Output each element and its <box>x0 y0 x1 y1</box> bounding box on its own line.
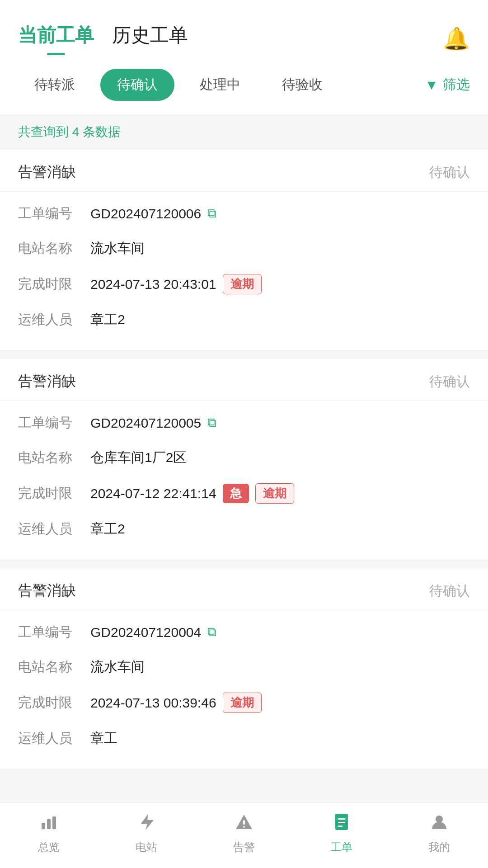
notification-bell-icon[interactable]: 🔔 <box>443 26 470 52</box>
result-count-prefix: 共查询到 <box>18 125 72 139</box>
nav-label-alert: 告警 <box>233 840 255 854</box>
card-2-station-value: 仓库车间1厂2区 <box>90 448 187 467</box>
card-2-status: 待确认 <box>429 373 470 391</box>
card-3-deadline-row: 完成时限 2024-07-13 00:39:46 逾期 <box>18 684 470 721</box>
header-tabs: 当前工单 历史工单 <box>18 23 188 55</box>
card-3-deadline-value: 2024-07-13 00:39:46 逾期 <box>90 693 262 713</box>
card-2-order-value: GD202407120005 ⧉ <box>90 415 216 431</box>
filter-label: 筛选 <box>443 75 470 94</box>
card-2-body: 工单编号 GD202407120005 ⧉ 电站名称 仓库车间1厂2区 完成时限… <box>0 401 488 559</box>
nav-label-profile: 我的 <box>428 840 450 854</box>
card-2-type: 告警消缺 <box>18 372 76 392</box>
header: 当前工单 历史工单 🔔 <box>0 0 488 55</box>
nav-label-overview: 总览 <box>38 840 60 854</box>
cards-list: 告警消缺 待确认 工单编号 GD202407120006 ⧉ 电站名称 流水车间… <box>0 150 488 859</box>
card-1-worker-label: 运维人员 <box>18 311 81 329</box>
card-2-worker-value: 章工2 <box>90 520 125 538</box>
nav-item-workorder[interactable]: 工单 <box>314 812 369 854</box>
svg-rect-6 <box>338 818 345 820</box>
card-1-copy-icon[interactable]: ⧉ <box>207 206 216 221</box>
svg-rect-4 <box>243 826 245 828</box>
filter-button[interactable]: ▼ 筛选 <box>425 75 470 94</box>
assignment-icon <box>332 812 352 836</box>
card-2-station-label: 电站名称 <box>18 448 81 467</box>
card-2-deadline-label: 完成时限 <box>18 484 81 503</box>
card-1-station-label: 电站名称 <box>18 239 81 258</box>
filter-tab-processing[interactable]: 处理中 <box>183 69 257 100</box>
bar-chart-icon <box>39 812 59 836</box>
card-2-overdue-badge: 逾期 <box>255 483 294 504</box>
card-1-order-label: 工单编号 <box>18 204 81 223</box>
card-2-header: 告警消缺 待确认 <box>0 359 488 401</box>
card-2-order-label: 工单编号 <box>18 414 81 432</box>
card-3-worker-row: 运维人员 章工 <box>18 721 470 756</box>
card-3-copy-icon[interactable]: ⧉ <box>207 625 216 640</box>
nav-item-station[interactable]: 电站 <box>119 812 174 854</box>
filter-tabs-container: 待转派 待确认 处理中 待验收 ▼ 筛选 <box>0 55 488 114</box>
bottom-nav: 总览 电站 告警 工单 <box>0 802 488 868</box>
card-3-order-value: GD202407120004 ⧉ <box>90 625 216 640</box>
work-order-card-2[interactable]: 告警消缺 待确认 工单编号 GD202407120005 ⧉ 电站名称 仓库车间… <box>0 359 488 559</box>
nav-item-profile[interactable]: 我的 <box>412 812 466 854</box>
card-2-deadline-row: 完成时限 2024-07-12 22:41:14 急 逾期 <box>18 475 470 512</box>
tab-current[interactable]: 当前工单 <box>18 23 94 55</box>
svg-rect-1 <box>47 819 51 829</box>
card-3-overdue-badge: 逾期 <box>223 693 262 713</box>
card-1-station-value: 流水车间 <box>90 239 145 258</box>
card-2-worker-row: 运维人员 章工2 <box>18 512 470 547</box>
result-count: 共查询到 4 条数据 <box>0 114 488 150</box>
card-3-type: 告警消缺 <box>18 581 76 601</box>
card-1-deadline-value: 2024-07-13 20:43:01 逾期 <box>90 274 262 294</box>
work-order-card-3[interactable]: 告警消缺 待确认 工单编号 GD202407120004 ⧉ 电站名称 流水车间… <box>0 568 488 769</box>
person-icon <box>429 812 449 836</box>
warning-icon <box>234 812 254 836</box>
bolt-icon <box>136 812 156 836</box>
card-3-status: 待确认 <box>429 582 470 600</box>
card-3-worker-value: 章工 <box>90 729 117 748</box>
card-3-worker-label: 运维人员 <box>18 729 81 748</box>
card-3-deadline-label: 完成时限 <box>18 693 81 712</box>
card-1-body: 工单编号 GD202407120006 ⧉ 电站名称 流水车间 完成时限 202… <box>0 192 488 350</box>
result-count-suffix: 条数据 <box>79 125 121 139</box>
card-1-worker-row: 运维人员 章工2 <box>18 302 470 337</box>
card-3-station-row: 电站名称 流水车间 <box>18 650 470 684</box>
card-1-deadline-label: 完成时限 <box>18 275 81 293</box>
card-2-order-row: 工单编号 GD202407120005 ⧉ <box>18 406 470 440</box>
nav-item-overview[interactable]: 总览 <box>22 812 76 854</box>
filter-tab-pending-confirm[interactable]: 待确认 <box>100 69 174 101</box>
card-3-order-row: 工单编号 GD202407120004 ⧉ <box>18 615 470 650</box>
card-3-station-value: 流水车间 <box>90 658 145 676</box>
tab-history[interactable]: 历史工单 <box>112 23 188 55</box>
svg-rect-7 <box>338 822 345 823</box>
card-2-copy-icon[interactable]: ⧉ <box>207 415 216 430</box>
result-count-number: 4 <box>72 125 80 139</box>
svg-rect-3 <box>243 820 245 825</box>
card-3-station-label: 电站名称 <box>18 658 81 676</box>
nav-label-station: 电站 <box>136 840 157 854</box>
filter-tab-pending-assign[interactable]: 待转派 <box>18 69 91 100</box>
card-1-overdue-badge: 逾期 <box>223 274 262 294</box>
svg-point-9 <box>436 816 443 823</box>
card-1-header: 告警消缺 待确认 <box>0 150 488 192</box>
card-2-deadline-value: 2024-07-12 22:41:14 急 逾期 <box>90 483 294 504</box>
card-3-body: 工单编号 GD202407120004 ⧉ 电站名称 流水车间 完成时限 202… <box>0 610 488 769</box>
card-2-station-row: 电站名称 仓库车间1厂2区 <box>18 440 470 475</box>
filter-tab-pending-accept[interactable]: 待验收 <box>266 69 339 100</box>
svg-rect-2 <box>52 816 56 829</box>
card-1-order-value: GD202407120006 ⧉ <box>90 206 216 222</box>
card-1-worker-value: 章工2 <box>90 311 125 329</box>
card-2-urgent-badge: 急 <box>223 484 249 503</box>
card-1-status: 待确认 <box>429 163 470 182</box>
card-3-header: 告警消缺 待确认 <box>0 568 488 610</box>
filter-funnel-icon: ▼ <box>425 77 438 93</box>
svg-rect-8 <box>338 826 343 827</box>
card-3-order-label: 工单编号 <box>18 623 81 642</box>
card-2-worker-label: 运维人员 <box>18 520 81 538</box>
nav-label-workorder: 工单 <box>331 840 352 854</box>
card-1-station-row: 电站名称 流水车间 <box>18 231 470 266</box>
card-1-deadline-row: 完成时限 2024-07-13 20:43:01 逾期 <box>18 266 470 302</box>
nav-item-alert[interactable]: 告警 <box>217 812 271 854</box>
card-1-order-row: 工单编号 GD202407120006 ⧉ <box>18 196 470 231</box>
card-1-type: 告警消缺 <box>18 162 76 182</box>
work-order-card-1[interactable]: 告警消缺 待确认 工单编号 GD202407120006 ⧉ 电站名称 流水车间… <box>0 150 488 350</box>
